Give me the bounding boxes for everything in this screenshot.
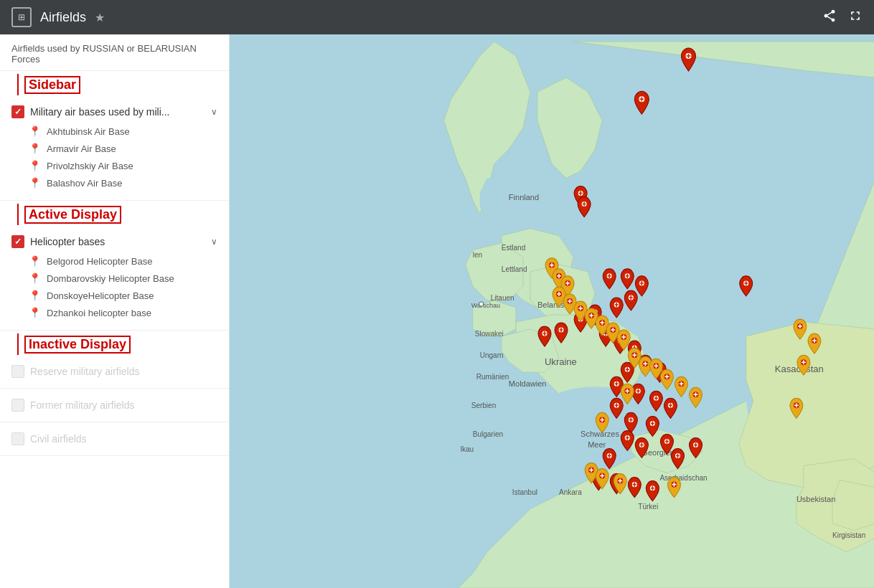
fullscreen-button[interactable] (848, 9, 863, 27)
svg-text:Kirgisistan: Kirgisistan (832, 531, 865, 539)
sub-item-label: Privolzhskiy Air Base (47, 161, 133, 171)
svg-text:Finnland: Finnland (509, 193, 539, 201)
svg-text:Istanbul: Istanbul (512, 488, 537, 496)
sub-items-military-air-bases: 📍 Akhtubinsk Air Base 📍 Armavir Air Base… (0, 123, 229, 194)
header-actions (822, 9, 863, 27)
layer-title-former-airfields: Former military airfields (30, 399, 217, 411)
list-item[interactable]: 📍 DonskoyeHelicopter Base (0, 287, 229, 304)
svg-text:Ungarn: Ungarn (480, 351, 504, 359)
svg-point-28 (479, 302, 484, 306)
sub-item-label: Balashov Air Base (47, 178, 123, 189)
checkbox-former-airfields[interactable] (11, 399, 24, 412)
favorite-button[interactable]: ★ (95, 11, 105, 24)
sidebar: Airfields used by RUSSIAN or BELARUSIAN … (0, 34, 230, 588)
pin-red-icon: 📍 (29, 125, 41, 137)
checkbox-civil-airfields[interactable] (11, 432, 24, 445)
svg-text:Warschau: Warschau (471, 302, 500, 309)
pin-yellow-icon: 📍 (29, 307, 41, 318)
pin-yellow-icon: 📍 (29, 290, 41, 301)
sidebar-description: Airfields used by RUSSIAN or BELARUSIAN … (0, 34, 229, 71)
svg-text:Schwarzes: Schwarzes (581, 430, 619, 438)
sub-item-label: Dzhankoi helicopter base (47, 308, 151, 318)
main-content: Airfields used by RUSSIAN or BELARUSIAN … (0, 34, 874, 588)
svg-text:Moldawien: Moldawien (509, 379, 547, 388)
pin-red-icon: 📍 (29, 177, 41, 189)
svg-text:Usbekistan: Usbekistan (797, 495, 836, 503)
map-area[interactable]: Finnland Estland Lettland Litauen len Wa… (230, 34, 874, 588)
active-display-annotation-label: Active Display (29, 207, 117, 222)
layer-expand-helicopter-bases[interactable]: ∨ (211, 237, 217, 247)
checkbox-helicopter-bases[interactable] (11, 235, 24, 248)
layer-group-helicopter-bases: Helicopter bases ∨ 📍 Belgorod Helicopter… (0, 225, 229, 331)
svg-text:Ukraine: Ukraine (545, 356, 577, 367)
layer-title-military-air-bases: Military air bases used by mili... (30, 106, 205, 118)
list-item[interactable]: 📍 Balashov Air Base (0, 174, 229, 191)
layer-header-former-airfields[interactable]: Former military airfields (0, 394, 229, 416)
pin-yellow-icon: 📍 (29, 272, 41, 284)
layer-header-military-air-bases[interactable]: Military air bases used by mili... ∨ (0, 101, 229, 123)
list-item[interactable]: 📍 Dzhankoi helicopter base (0, 304, 229, 321)
layer-header-reserve-airfields[interactable]: Reserve military airfields (0, 361, 229, 382)
layer-title-reserve-airfields: Reserve military airfields (30, 366, 217, 377)
page-title: Airfields (40, 10, 86, 25)
list-item[interactable]: 📍 Armavir Air Base (0, 140, 229, 157)
svg-text:Bulgarien: Bulgarien (473, 430, 503, 438)
app-header: ⊞ Airfields ★ (0, 0, 874, 34)
sub-item-label: DonskoyeHelicopter Base (47, 290, 154, 301)
svg-text:Serbien: Serbien (471, 402, 497, 409)
svg-text:Rumänien: Rumänien (476, 373, 509, 381)
pin-yellow-icon: 📍 (29, 255, 41, 267)
inactive-display-annotation-label: Inactive Display (29, 337, 126, 351)
list-item[interactable]: 📍 Privolzhskiy Air Base (0, 157, 229, 174)
layer-group-military-air-bases: Military air bases used by mili... ∨ 📍 A… (0, 95, 229, 201)
svg-text:len: len (473, 251, 482, 259)
sub-item-label: Armavir Air Base (47, 143, 116, 154)
svg-text:Aserbaidschan: Aserbaidschan (659, 474, 707, 482)
layer-group-former-airfields: Former military airfields (0, 389, 229, 422)
layer-header-helicopter-bases[interactable]: Helicopter bases ∨ (0, 231, 229, 252)
map-svg: Finnland Estland Lettland Litauen len Wa… (230, 34, 874, 588)
svg-text:Lettland: Lettland (502, 265, 527, 273)
svg-text:Estland: Estland (502, 244, 525, 252)
svg-text:Meer: Meer (588, 440, 606, 449)
svg-text:Litauen: Litauen (491, 294, 514, 302)
layer-header-civil-airfields[interactable]: Civil airfields (0, 428, 229, 450)
share-button[interactable] (822, 9, 837, 27)
layer-title-helicopter-bases: Helicopter bases (30, 236, 205, 247)
list-item[interactable]: 📍 Belgorod Helicopter Base (0, 252, 229, 270)
app-icon: ⊞ (11, 7, 32, 27)
sub-item-label: Belgorod Helicopter Base (47, 256, 152, 267)
checkbox-reserve-airfields[interactable] (11, 365, 24, 378)
svg-text:Slowakei: Slowakei (475, 330, 504, 338)
layer-title-civil-airfields: Civil airfields (30, 433, 217, 445)
list-item[interactable]: 📍 Akhtubinsk Air Base (0, 123, 229, 140)
svg-text:Ankara: Ankara (559, 488, 582, 496)
checkbox-military-air-bases[interactable] (11, 105, 24, 118)
layer-group-reserve-airfields: Reserve military airfields (0, 355, 229, 389)
svg-text:lkau: lkau (461, 445, 474, 453)
sidebar-annotation-label: Sidebar (29, 77, 76, 92)
list-item[interactable]: 📍 Dombarovskiy Helicopter Base (0, 270, 229, 287)
pin-red-icon: 📍 (29, 143, 41, 154)
layer-expand-military-air-bases[interactable]: ∨ (211, 107, 217, 117)
sub-items-helicopter-bases: 📍 Belgorod Helicopter Base 📍 Dombarovski… (0, 252, 229, 324)
sub-item-label: Dombarovskiy Helicopter Base (47, 273, 174, 284)
sub-item-label: Akhtubinsk Air Base (47, 126, 130, 137)
svg-text:Türkei: Türkei (638, 503, 658, 511)
layer-group-civil-airfields: Civil airfields (0, 422, 229, 456)
pin-red-icon: 📍 (29, 160, 41, 171)
